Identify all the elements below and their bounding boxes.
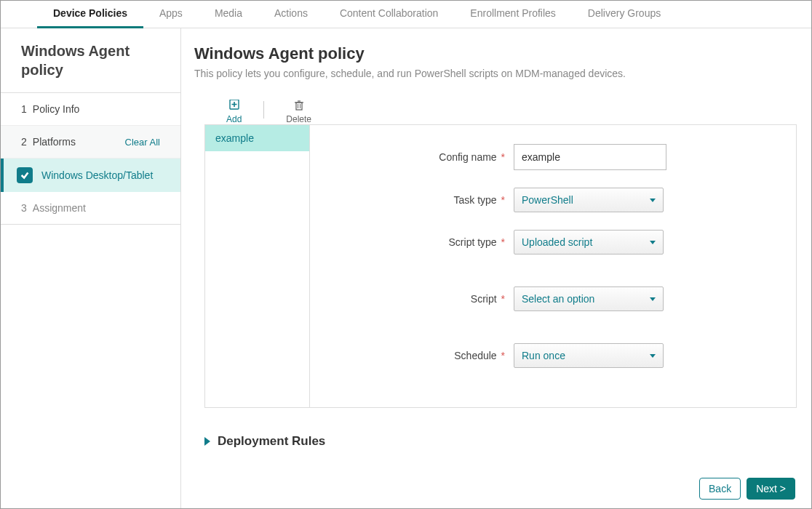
platform-checkbox[interactable]	[17, 167, 33, 183]
label-schedule: Schedule *	[339, 350, 514, 361]
config-panel: example Config name * Task type * PowerS…	[204, 124, 797, 408]
chevron-down-icon	[650, 241, 656, 244]
main-content: Windows Agent policy This policy lets yo…	[181, 28, 811, 508]
form-area: Config name * Task type * PowerShell Scr…	[310, 125, 796, 407]
body: Windows Agent policy 1Policy Info 2Platf…	[1, 28, 811, 508]
sidebar: Windows Agent policy 1Policy Info 2Platf…	[1, 28, 181, 508]
script-type-select[interactable]: Uploaded script	[514, 230, 664, 254]
add-icon	[228, 100, 240, 111]
footer-buttons: Back Next >	[699, 478, 795, 500]
task-type-select[interactable]: PowerShell	[514, 188, 664, 212]
page-description: This policy lets you configure, schedule…	[194, 68, 798, 79]
config-name-input[interactable]	[514, 144, 666, 170]
schedule-select[interactable]: Run once	[514, 343, 664, 368]
config-list-item[interactable]: example	[205, 125, 309, 151]
label-script: Script *	[339, 293, 514, 305]
tab-media[interactable]: Media	[199, 1, 258, 28]
add-button[interactable]: Add	[204, 100, 263, 124]
required-asterisk: *	[501, 236, 505, 248]
deployment-rules-toggle[interactable]: Deployment Rules	[204, 434, 798, 449]
tab-enrollment-profiles[interactable]: Enrollment Profiles	[454, 1, 572, 28]
caret-right-icon	[204, 437, 210, 446]
page-title: Windows Agent policy	[194, 44, 798, 63]
trash-icon	[293, 100, 305, 111]
step-num: 3	[21, 202, 27, 214]
schedule-value: Run once	[522, 350, 565, 361]
label-task-type: Task type *	[339, 194, 514, 206]
deployment-rules-title: Deployment Rules	[218, 434, 325, 449]
check-icon	[20, 170, 30, 180]
tab-device-policies[interactable]: Device Policies	[37, 1, 143, 28]
tab-delivery-groups[interactable]: Delivery Groups	[572, 1, 677, 28]
platform-windows-desktop-tablet[interactable]: Windows Desktop/Tablet	[1, 159, 180, 192]
sidebar-title: Windows Agent policy	[1, 28, 180, 93]
required-asterisk: *	[501, 194, 505, 206]
tab-actions[interactable]: Actions	[258, 1, 324, 28]
script-select[interactable]: Select an option	[514, 286, 664, 311]
task-type-value: PowerShell	[522, 194, 573, 206]
step-num: 1	[21, 103, 27, 115]
app-frame: Device Policies Apps Media Actions Conte…	[0, 0, 812, 509]
step-label: Policy Info	[33, 103, 80, 115]
row-schedule: Schedule * Run once	[339, 343, 767, 368]
row-script: Script * Select an option	[339, 286, 767, 311]
script-type-value: Uploaded script	[522, 236, 592, 248]
chevron-down-icon	[650, 199, 656, 202]
add-label: Add	[226, 114, 242, 124]
step-policy-info[interactable]: 1Policy Info	[1, 93, 180, 126]
chevron-down-icon	[650, 354, 656, 358]
delete-label: Delete	[286, 114, 311, 124]
label-config-name: Config name *	[339, 151, 514, 163]
required-asterisk: *	[501, 350, 505, 361]
clear-all-link[interactable]: Clear All	[125, 137, 160, 148]
platform-label: Windows Desktop/Tablet	[41, 169, 153, 181]
tab-content-collaboration[interactable]: Content Collaboration	[324, 1, 454, 28]
chevron-down-icon	[650, 297, 656, 301]
top-nav: Device Policies Apps Media Actions Conte…	[1, 1, 811, 28]
required-asterisk: *	[501, 293, 505, 305]
row-task-type: Task type * PowerShell	[339, 188, 767, 212]
config-list: example	[205, 125, 310, 407]
row-config-name: Config name *	[339, 144, 767, 170]
config-toolbar: Add Delete	[204, 100, 798, 124]
script-value: Select an option	[522, 293, 594, 305]
row-script-type: Script type * Uploaded script	[339, 230, 767, 254]
next-button[interactable]: Next >	[747, 478, 795, 500]
back-button[interactable]: Back	[699, 478, 741, 500]
step-num: 2	[21, 136, 27, 148]
delete-button[interactable]: Delete	[264, 100, 333, 124]
label-script-type: Script type *	[339, 236, 514, 248]
required-asterisk: *	[501, 151, 505, 163]
step-platforms[interactable]: 2Platforms Clear All	[1, 126, 180, 159]
step-assignment[interactable]: 3Assignment	[1, 192, 180, 225]
svg-rect-3	[296, 103, 302, 110]
step-label: Assignment	[33, 202, 86, 214]
tab-apps[interactable]: Apps	[143, 1, 199, 28]
step-label: Platforms	[33, 136, 76, 148]
